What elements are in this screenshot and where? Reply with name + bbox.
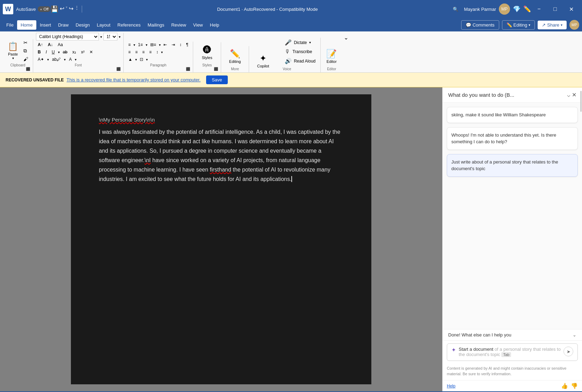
align-left-button[interactable]: ≡: [126, 49, 132, 55]
grow-font-button[interactable]: A↑: [36, 42, 45, 48]
justify-button[interactable]: ≡: [147, 49, 153, 55]
font-color-dropdown[interactable]: ▾: [75, 58, 77, 61]
text-effect-dropdown[interactable]: ▾: [47, 58, 49, 61]
share-icon: ↗: [542, 22, 546, 28]
transcribe-button[interactable]: 🎙 Transcribe: [283, 47, 318, 56]
sort-button[interactable]: ↕: [178, 42, 183, 48]
cut-button[interactable]: ✂: [22, 39, 30, 46]
thumbs-up-button[interactable]: 👍: [561, 383, 568, 389]
editing-ribbon-button[interactable]: ✏️ Editing: [227, 46, 243, 66]
comments-button[interactable]: 💬 Comments: [461, 20, 499, 30]
superscript-button[interactable]: x²: [79, 49, 86, 55]
menu-review[interactable]: Review: [168, 20, 190, 30]
copilot-input-text[interactable]: Start a document of a personal story tha…: [459, 347, 561, 357]
align-center-button[interactable]: ≡: [133, 49, 139, 55]
close-button[interactable]: ✕: [563, 3, 579, 15]
change-case-button[interactable]: Aa: [56, 42, 65, 48]
menu-insert[interactable]: Insert: [36, 20, 55, 30]
multilevel-button[interactable]: ⊞≡: [148, 42, 158, 48]
numbering-dropdown[interactable]: ▾: [146, 43, 147, 47]
minimize-button[interactable]: −: [531, 3, 547, 15]
clear-formatting-button[interactable]: ✕: [88, 49, 95, 55]
subscript-button[interactable]: x₂: [71, 49, 78, 55]
show-para-button[interactable]: ¶: [184, 42, 190, 48]
read-aloud-button[interactable]: 🔊 Read Aloud: [283, 56, 318, 66]
customize-quick-access[interactable]: ⋮: [75, 5, 79, 13]
recovery-message[interactable]: This is a recovered file that is tempora…: [66, 77, 201, 82]
pen-icon[interactable]: ✏️: [523, 5, 531, 13]
menu-layout[interactable]: Layout: [93, 20, 114, 30]
decrease-indent-button[interactable]: ⇤: [162, 42, 169, 48]
editing-button[interactable]: ✏️ Editing ▾: [502, 20, 535, 30]
maximize-button[interactable]: □: [547, 3, 563, 15]
thumbs-down-button[interactable]: 👎: [571, 383, 578, 389]
editing-label: Editing: [514, 22, 528, 28]
copy-button[interactable]: ⧉: [22, 47, 30, 55]
redo-button[interactable]: ↪: [69, 5, 73, 13]
numbering-button[interactable]: 1≡: [136, 42, 145, 48]
copilot-close-btn[interactable]: ✕: [572, 92, 576, 98]
help-link[interactable]: Help: [447, 384, 456, 389]
gem-icon[interactable]: 💎: [513, 5, 521, 13]
bold-button[interactable]: B: [36, 49, 43, 55]
menu-view[interactable]: View: [190, 20, 206, 30]
editor-button[interactable]: 📝 Editor: [323, 46, 340, 66]
font-selector[interactable]: Calibri Light (Headings): [36, 33, 99, 41]
shading-dropdown[interactable]: ▾: [135, 58, 137, 61]
recovery-save-button[interactable]: Save: [206, 75, 228, 84]
borders-dropdown[interactable]: ▾: [146, 58, 148, 61]
line-spacing-dropdown[interactable]: ▾: [161, 50, 163, 54]
send-button[interactable]: ➤: [563, 347, 573, 356]
italic-button[interactable]: I: [44, 49, 49, 55]
copilot-collapse-btn[interactable]: ⌵: [567, 92, 570, 98]
document-page[interactable]: \nMy Personal Story\n\n I was always fas…: [71, 94, 371, 384]
underline-button[interactable]: U: [50, 49, 57, 55]
bullets-button[interactable]: ≡: [126, 42, 132, 48]
share-chevron: ▾: [561, 23, 562, 27]
format-painter-button[interactable]: 🖌: [22, 56, 30, 63]
ribbon-more-btn[interactable]: ⌄: [342, 33, 350, 42]
input-main-text: Start a document: [459, 347, 493, 352]
styles-expander[interactable]: ⬛: [214, 67, 218, 71]
menu-mailings[interactable]: Mailings: [144, 20, 168, 30]
save-button[interactable]: 💾: [51, 5, 58, 13]
multilevel-dropdown[interactable]: ▾: [159, 43, 161, 47]
line-spacing-button[interactable]: ↕: [154, 49, 160, 55]
paragraph-expander[interactable]: ⬛: [186, 67, 190, 71]
menu-design[interactable]: Design: [72, 20, 93, 30]
copilot-button[interactable]: ✦ Copilot: [255, 51, 271, 71]
align-right-button[interactable]: ≡: [140, 49, 146, 55]
menu-references[interactable]: References: [114, 20, 144, 30]
document-content[interactable]: \nMy Personal Story\n\n I was always fas…: [99, 115, 343, 184]
share-button[interactable]: ↗ Share ▾: [538, 21, 567, 29]
menu-draw[interactable]: Draw: [54, 20, 72, 30]
scroll-indicator[interactable]: [580, 103, 582, 329]
shading-button[interactable]: ▲: [126, 56, 134, 63]
borders-button[interactable]: ⊡: [138, 56, 145, 63]
menu-help[interactable]: Help: [206, 20, 223, 30]
user-profile-btn[interactable]: MP: [569, 20, 579, 30]
search-button[interactable]: 🔍: [450, 3, 461, 15]
done-chevron[interactable]: ⌄: [573, 332, 576, 337]
font-expander[interactable]: ⬛: [116, 67, 121, 71]
text-effect-button[interactable]: A✦: [36, 56, 46, 63]
increase-indent-button[interactable]: ⇥: [170, 42, 177, 48]
font-size-selector[interactable]: 15: [103, 33, 117, 41]
strikethrough-button[interactable]: ab: [61, 49, 69, 55]
bullets-dropdown[interactable]: ▾: [133, 43, 135, 47]
highlight-dropdown[interactable]: ▾: [64, 58, 66, 61]
styles-button[interactable]: 🅐 Styles: [200, 42, 214, 63]
underline-dropdown[interactable]: ▾: [58, 50, 60, 54]
undo-button[interactable]: ↩: [60, 5, 64, 13]
menu-file[interactable]: File: [3, 20, 17, 30]
font-color-button[interactable]: A: [67, 56, 73, 63]
dictate-button[interactable]: 🎤 Dictate ▾: [283, 38, 318, 47]
shrink-font-button[interactable]: A↓: [46, 42, 55, 48]
paste-button[interactable]: 📋 Paste ▾: [6, 40, 20, 61]
user-avatar[interactable]: MP: [499, 3, 510, 15]
clipboard-expander[interactable]: ⬛: [26, 67, 30, 71]
menu-home[interactable]: Home: [17, 20, 36, 30]
copilot-input-box[interactable]: ✦ Start a document of a personal story t…: [447, 343, 578, 361]
highlight-button[interactable]: ab🖊: [50, 56, 63, 63]
autosave-toggle[interactable]: ● Off: [38, 6, 51, 12]
